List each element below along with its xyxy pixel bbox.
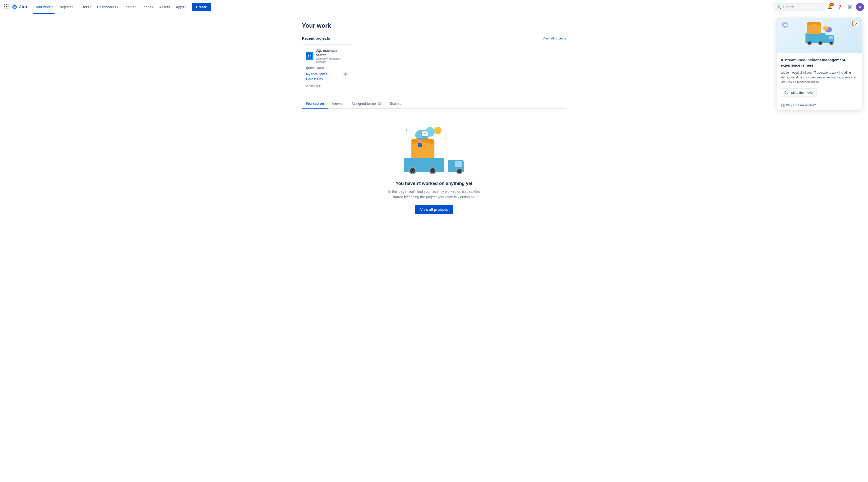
project-icon xyxy=(306,52,313,60)
my-open-issues-link[interactable]: My open issues 0 xyxy=(306,71,348,77)
nav-item-assets[interactable]: Assets xyxy=(157,0,172,14)
tab-viewed[interactable]: Viewed xyxy=(328,99,348,108)
svg-rect-8 xyxy=(7,7,8,8)
chevron-down-icon: ▾ xyxy=(52,5,53,8)
nav-item-dashboards[interactable]: Dashboards ▾ xyxy=(95,0,120,14)
notification-badge: 9+ xyxy=(829,3,834,6)
info-icon: ℹ️ xyxy=(781,103,785,107)
project-name[interactable]: JQL extended search xyxy=(316,49,348,57)
assigned-count: 0 xyxy=(377,102,382,105)
user-avatar[interactable]: U xyxy=(856,3,864,11)
tab-starred[interactable]: Starred xyxy=(386,99,405,108)
svg-rect-13 xyxy=(310,56,311,58)
search-placeholder: Search xyxy=(783,5,794,9)
page-title: Your work xyxy=(302,22,566,29)
notification-title: A streamlined incident management experi… xyxy=(781,57,858,68)
svg-rect-11 xyxy=(310,55,311,56)
svg-rect-0 xyxy=(4,4,5,5)
notification-close-button[interactable]: ✕ xyxy=(854,21,860,27)
navbar-right: 🔍 Search 🔔 9+ ❓ ⚙️ U xyxy=(774,3,864,11)
chevron-down-icon: ▾ xyxy=(185,5,186,8)
tab-assigned-to-me[interactable]: Assigned to me 0 xyxy=(348,99,386,108)
nav-item-filters[interactable]: Filters ▾ xyxy=(78,0,93,14)
quick-links-label: QUICK LINKS xyxy=(306,67,348,70)
activity-tabs: Worked on Viewed Assigned to me 0 Starre… xyxy=(302,99,566,109)
mini-truck-illustration: 😊 xyxy=(804,26,834,46)
svg-rect-10 xyxy=(308,55,309,56)
notifications-button[interactable]: 🔔 9+ xyxy=(826,3,834,11)
settings-button[interactable]: ⚙️ xyxy=(846,3,854,11)
notification-panel: 😊 💬 📋 ✕ A streamlined incident managemen… xyxy=(777,18,862,110)
chevron-down-icon: ▾ xyxy=(117,5,118,8)
chevron-down-icon: ▾ xyxy=(319,84,320,88)
search-box[interactable]: 🔍 Search xyxy=(774,3,824,11)
nav-item-teams[interactable]: Teams ▾ xyxy=(122,0,138,14)
nav-item-apps[interactable]: Apps ▾ xyxy=(174,0,188,14)
notification-description: We've moved all of your IT operations wo… xyxy=(781,70,858,85)
navbar-left: Jira Your work ▾ Projects ▾ Filters ▾ Da… xyxy=(4,0,774,14)
navigation-bar: Jira Your work ▾ Projects ▾ Filters ▾ Da… xyxy=(0,0,868,14)
search-icon: 🔍 xyxy=(777,5,781,9)
project-type: Company-managed software xyxy=(316,57,348,63)
view-all-projects-button[interactable]: View all projects xyxy=(415,205,453,214)
logo-text: Jira xyxy=(19,4,27,9)
notification-illustration: 😊 💬 📋 ✕ xyxy=(777,18,862,53)
why-seeing-this-label: Why am I seeing this? xyxy=(786,103,816,107)
svg-rect-12 xyxy=(308,56,309,58)
project-info: JQL extended search Company-managed soft… xyxy=(316,49,348,63)
open-issues-count: 0 xyxy=(343,72,348,76)
notification-footer[interactable]: ℹ️ Why am I seeing this? xyxy=(777,101,862,110)
jira-logo[interactable]: Jira xyxy=(11,4,27,10)
view-all-projects-link[interactable]: View all projects xyxy=(542,36,566,40)
empty-description: In this page, you'll find your recently … xyxy=(386,189,482,200)
svg-rect-1 xyxy=(6,4,7,5)
empty-state: 😊 ••• ✦ ✦ You xyxy=(302,115,566,224)
main-content: Your work Recent projects View all proje… xyxy=(296,14,572,232)
nav-item-projects[interactable]: Projects ▾ xyxy=(57,0,75,14)
svg-rect-2 xyxy=(7,4,8,5)
done-issues-link[interactable]: Done issues xyxy=(306,77,348,82)
svg-text:💬: 💬 xyxy=(783,23,787,27)
svg-rect-6 xyxy=(4,7,5,8)
notification-body: A streamlined incident management experi… xyxy=(777,53,862,101)
boards-dropdown[interactable]: 2 boards ▾ xyxy=(306,84,348,88)
empty-illustration: 😊 ••• ✦ ✦ xyxy=(401,125,467,175)
complete-move-button[interactable]: Complete the move xyxy=(781,88,816,97)
svg-rect-4 xyxy=(6,6,7,7)
svg-rect-5 xyxy=(7,6,8,7)
recent-projects-header: Recent projects View all projects xyxy=(302,36,566,40)
chevron-down-icon: ▾ xyxy=(135,5,136,8)
svg-rect-9 xyxy=(307,54,312,59)
nav-item-plans[interactable]: Plans ▾ xyxy=(141,0,155,14)
help-button[interactable]: ❓ xyxy=(836,3,844,11)
create-button[interactable]: Create xyxy=(192,3,211,11)
chevron-down-icon: ▾ xyxy=(152,5,153,8)
nav-item-your-work[interactable]: Your work ▾ xyxy=(33,0,55,14)
chevron-down-icon: ▾ xyxy=(72,5,73,8)
project-card-jql: JQL extended search Company-managed soft… xyxy=(302,44,352,92)
svg-rect-7 xyxy=(6,7,7,8)
tab-worked-on[interactable]: Worked on xyxy=(302,99,328,108)
project-card-header: JQL extended search Company-managed soft… xyxy=(306,49,348,63)
grid-menu-icon[interactable] xyxy=(4,4,8,10)
chevron-down-icon: ▾ xyxy=(90,5,91,8)
recent-projects-title: Recent projects xyxy=(302,36,330,40)
svg-rect-3 xyxy=(4,6,5,7)
empty-title: You haven't worked on anything yet xyxy=(396,181,472,186)
